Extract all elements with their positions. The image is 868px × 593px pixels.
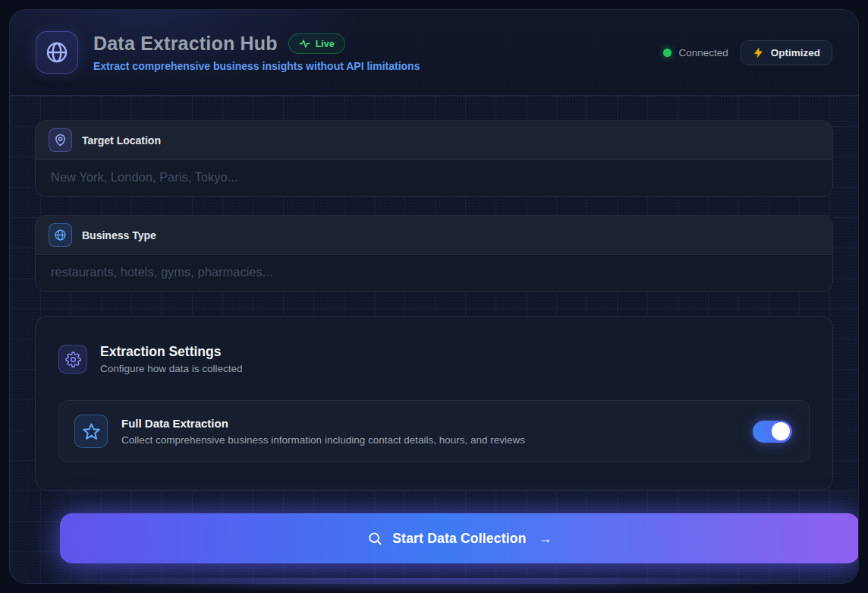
page-title: Data Extraction Hub bbox=[93, 33, 278, 55]
full-extraction-toggle[interactable] bbox=[753, 421, 792, 443]
activity-icon bbox=[299, 38, 310, 49]
bolt-icon bbox=[753, 47, 764, 58]
star-tile bbox=[74, 415, 108, 448]
live-badge: Live bbox=[288, 33, 345, 54]
page-subtitle: Extract comprehensive business insights … bbox=[93, 60, 420, 72]
extraction-settings-text: Extraction Settings Configure how data i… bbox=[100, 344, 243, 374]
connection-status: Connected bbox=[663, 47, 728, 58]
arrow-right-icon: → bbox=[539, 531, 552, 547]
full-extraction-row: Full Data Extraction Collect comprehensi… bbox=[58, 400, 810, 462]
business-type-header: Business Type bbox=[36, 216, 832, 255]
extraction-settings-header: Extraction Settings Configure how data i… bbox=[58, 344, 810, 374]
globe-small-icon bbox=[54, 229, 67, 241]
toggle-knob bbox=[772, 422, 790, 440]
business-type-label: Business Type bbox=[82, 229, 156, 241]
target-location-input[interactable] bbox=[36, 160, 832, 196]
header-text: Data Extraction Hub Live Extract compreh… bbox=[93, 33, 420, 72]
target-location-card: Target Location bbox=[35, 120, 833, 197]
optimized-badge[interactable]: Optimized bbox=[741, 40, 832, 65]
gear-icon bbox=[65, 352, 81, 367]
target-location-label: Target Location bbox=[82, 134, 161, 147]
full-extraction-title: Full Data Extraction bbox=[121, 417, 739, 430]
connected-dot-icon bbox=[663, 49, 671, 57]
optimized-label: Optimized bbox=[771, 47, 820, 58]
target-location-header: Target Location bbox=[36, 121, 832, 160]
app-panel: Data Extraction Hub Live Extract compreh… bbox=[9, 9, 859, 584]
app-logo-tile bbox=[36, 31, 78, 74]
map-pin-icon bbox=[54, 134, 67, 147]
full-extraction-text: Full Data Extraction Collect comprehensi… bbox=[121, 417, 739, 446]
live-badge-label: Live bbox=[316, 39, 335, 49]
globe-tile bbox=[49, 223, 72, 247]
search-icon bbox=[367, 531, 382, 546]
connected-label: Connected bbox=[678, 47, 728, 58]
extraction-settings-card: Extraction Settings Configure how data i… bbox=[35, 316, 833, 490]
start-collection-button[interactable]: Start Data Collection → bbox=[60, 513, 859, 563]
extraction-settings-subtitle: Configure how data is collected bbox=[100, 363, 243, 374]
header-status-group: Connected Optimized bbox=[663, 40, 832, 65]
start-collection-label: Start Data Collection bbox=[392, 531, 526, 547]
business-type-card: Business Type bbox=[35, 215, 833, 292]
map-pin-tile bbox=[49, 128, 72, 152]
full-extraction-description: Collect comprehensive business informati… bbox=[121, 434, 739, 446]
business-type-input[interactable] bbox=[36, 255, 832, 291]
globe-icon bbox=[45, 40, 69, 65]
extraction-settings-title: Extraction Settings bbox=[100, 344, 243, 360]
header: Data Extraction Hub Live Extract compreh… bbox=[10, 10, 858, 96]
star-icon bbox=[82, 422, 101, 441]
main-content: Target Location Business Type bbox=[10, 96, 858, 563]
gear-tile bbox=[58, 345, 87, 374]
